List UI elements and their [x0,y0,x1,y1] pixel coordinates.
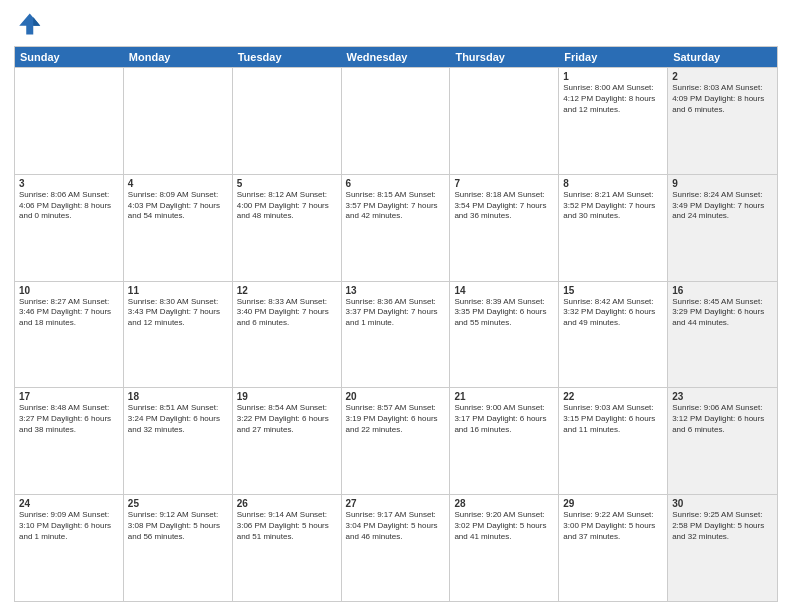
day-info: Sunrise: 8:09 AM Sunset: 4:03 PM Dayligh… [128,190,228,222]
day-cell-26: 26Sunrise: 9:14 AM Sunset: 3:06 PM Dayli… [233,495,342,601]
weekday-header-monday: Monday [124,47,233,67]
calendar-body: 1Sunrise: 8:00 AM Sunset: 4:12 PM Daylig… [15,67,777,601]
day-cell-24: 24Sunrise: 9:09 AM Sunset: 3:10 PM Dayli… [15,495,124,601]
day-info: Sunrise: 9:03 AM Sunset: 3:15 PM Dayligh… [563,403,663,435]
day-number: 2 [672,71,773,82]
calendar-row-1: 1Sunrise: 8:00 AM Sunset: 4:12 PM Daylig… [15,67,777,174]
day-info: Sunrise: 8:36 AM Sunset: 3:37 PM Dayligh… [346,297,446,329]
day-number: 6 [346,178,446,189]
day-cell-2: 2Sunrise: 8:03 AM Sunset: 4:09 PM Daylig… [668,68,777,174]
weekday-header-sunday: Sunday [15,47,124,67]
day-number: 27 [346,498,446,509]
day-info: Sunrise: 8:12 AM Sunset: 4:00 PM Dayligh… [237,190,337,222]
svg-marker-1 [33,17,40,26]
day-number: 24 [19,498,119,509]
logo-icon [14,10,42,38]
calendar-row-2: 3Sunrise: 8:06 AM Sunset: 4:06 PM Daylig… [15,174,777,281]
day-cell-20: 20Sunrise: 8:57 AM Sunset: 3:19 PM Dayli… [342,388,451,494]
day-info: Sunrise: 8:48 AM Sunset: 3:27 PM Dayligh… [19,403,119,435]
calendar-row-3: 10Sunrise: 8:27 AM Sunset: 3:46 PM Dayli… [15,281,777,388]
day-number: 21 [454,391,554,402]
day-cell-4: 4Sunrise: 8:09 AM Sunset: 4:03 PM Daylig… [124,175,233,281]
day-cell-21: 21Sunrise: 9:00 AM Sunset: 3:17 PM Dayli… [450,388,559,494]
header [14,10,778,38]
day-number: 10 [19,285,119,296]
day-info: Sunrise: 9:00 AM Sunset: 3:17 PM Dayligh… [454,403,554,435]
empty-cell [15,68,124,174]
day-info: Sunrise: 9:25 AM Sunset: 2:58 PM Dayligh… [672,510,773,542]
empty-cell [342,68,451,174]
day-info: Sunrise: 8:06 AM Sunset: 4:06 PM Dayligh… [19,190,119,222]
day-number: 23 [672,391,773,402]
day-info: Sunrise: 8:57 AM Sunset: 3:19 PM Dayligh… [346,403,446,435]
weekday-header-saturday: Saturday [668,47,777,67]
page: SundayMondayTuesdayWednesdayThursdayFrid… [0,0,792,612]
day-number: 5 [237,178,337,189]
day-number: 4 [128,178,228,189]
day-number: 20 [346,391,446,402]
day-number: 11 [128,285,228,296]
day-cell-22: 22Sunrise: 9:03 AM Sunset: 3:15 PM Dayli… [559,388,668,494]
weekday-header-tuesday: Tuesday [233,47,342,67]
empty-cell [233,68,342,174]
day-number: 9 [672,178,773,189]
empty-cell [450,68,559,174]
day-cell-5: 5Sunrise: 8:12 AM Sunset: 4:00 PM Daylig… [233,175,342,281]
day-info: Sunrise: 8:03 AM Sunset: 4:09 PM Dayligh… [672,83,773,115]
day-cell-16: 16Sunrise: 8:45 AM Sunset: 3:29 PM Dayli… [668,282,777,388]
day-cell-30: 30Sunrise: 9:25 AM Sunset: 2:58 PM Dayli… [668,495,777,601]
day-info: Sunrise: 8:00 AM Sunset: 4:12 PM Dayligh… [563,83,663,115]
day-number: 16 [672,285,773,296]
logo [14,10,46,38]
day-number: 26 [237,498,337,509]
day-number: 25 [128,498,228,509]
day-number: 15 [563,285,663,296]
day-cell-28: 28Sunrise: 9:20 AM Sunset: 3:02 PM Dayli… [450,495,559,601]
day-cell-9: 9Sunrise: 8:24 AM Sunset: 3:49 PM Daylig… [668,175,777,281]
day-cell-27: 27Sunrise: 9:17 AM Sunset: 3:04 PM Dayli… [342,495,451,601]
day-cell-29: 29Sunrise: 9:22 AM Sunset: 3:00 PM Dayli… [559,495,668,601]
day-number: 7 [454,178,554,189]
day-info: Sunrise: 9:12 AM Sunset: 3:08 PM Dayligh… [128,510,228,542]
day-cell-11: 11Sunrise: 8:30 AM Sunset: 3:43 PM Dayli… [124,282,233,388]
day-cell-18: 18Sunrise: 8:51 AM Sunset: 3:24 PM Dayli… [124,388,233,494]
day-number: 13 [346,285,446,296]
day-number: 14 [454,285,554,296]
day-cell-23: 23Sunrise: 9:06 AM Sunset: 3:12 PM Dayli… [668,388,777,494]
day-info: Sunrise: 8:51 AM Sunset: 3:24 PM Dayligh… [128,403,228,435]
day-info: Sunrise: 9:20 AM Sunset: 3:02 PM Dayligh… [454,510,554,542]
day-cell-13: 13Sunrise: 8:36 AM Sunset: 3:37 PM Dayli… [342,282,451,388]
day-number: 29 [563,498,663,509]
day-cell-15: 15Sunrise: 8:42 AM Sunset: 3:32 PM Dayli… [559,282,668,388]
day-info: Sunrise: 9:09 AM Sunset: 3:10 PM Dayligh… [19,510,119,542]
day-cell-7: 7Sunrise: 8:18 AM Sunset: 3:54 PM Daylig… [450,175,559,281]
day-info: Sunrise: 8:45 AM Sunset: 3:29 PM Dayligh… [672,297,773,329]
day-info: Sunrise: 9:14 AM Sunset: 3:06 PM Dayligh… [237,510,337,542]
day-info: Sunrise: 8:54 AM Sunset: 3:22 PM Dayligh… [237,403,337,435]
calendar-row-4: 17Sunrise: 8:48 AM Sunset: 3:27 PM Dayli… [15,387,777,494]
day-cell-14: 14Sunrise: 8:39 AM Sunset: 3:35 PM Dayli… [450,282,559,388]
day-cell-10: 10Sunrise: 8:27 AM Sunset: 3:46 PM Dayli… [15,282,124,388]
day-number: 22 [563,391,663,402]
day-info: Sunrise: 8:30 AM Sunset: 3:43 PM Dayligh… [128,297,228,329]
day-number: 17 [19,391,119,402]
calendar-row-5: 24Sunrise: 9:09 AM Sunset: 3:10 PM Dayli… [15,494,777,601]
day-cell-8: 8Sunrise: 8:21 AM Sunset: 3:52 PM Daylig… [559,175,668,281]
day-info: Sunrise: 8:21 AM Sunset: 3:52 PM Dayligh… [563,190,663,222]
day-cell-19: 19Sunrise: 8:54 AM Sunset: 3:22 PM Dayli… [233,388,342,494]
day-cell-12: 12Sunrise: 8:33 AM Sunset: 3:40 PM Dayli… [233,282,342,388]
weekday-header-wednesday: Wednesday [342,47,451,67]
calendar-header: SundayMondayTuesdayWednesdayThursdayFrid… [15,47,777,67]
day-info: Sunrise: 8:39 AM Sunset: 3:35 PM Dayligh… [454,297,554,329]
day-number: 8 [563,178,663,189]
day-cell-6: 6Sunrise: 8:15 AM Sunset: 3:57 PM Daylig… [342,175,451,281]
day-info: Sunrise: 9:22 AM Sunset: 3:00 PM Dayligh… [563,510,663,542]
day-number: 12 [237,285,337,296]
calendar: SundayMondayTuesdayWednesdayThursdayFrid… [14,46,778,602]
day-number: 3 [19,178,119,189]
day-cell-17: 17Sunrise: 8:48 AM Sunset: 3:27 PM Dayli… [15,388,124,494]
day-info: Sunrise: 8:33 AM Sunset: 3:40 PM Dayligh… [237,297,337,329]
day-cell-25: 25Sunrise: 9:12 AM Sunset: 3:08 PM Dayli… [124,495,233,601]
empty-cell [124,68,233,174]
day-cell-1: 1Sunrise: 8:00 AM Sunset: 4:12 PM Daylig… [559,68,668,174]
